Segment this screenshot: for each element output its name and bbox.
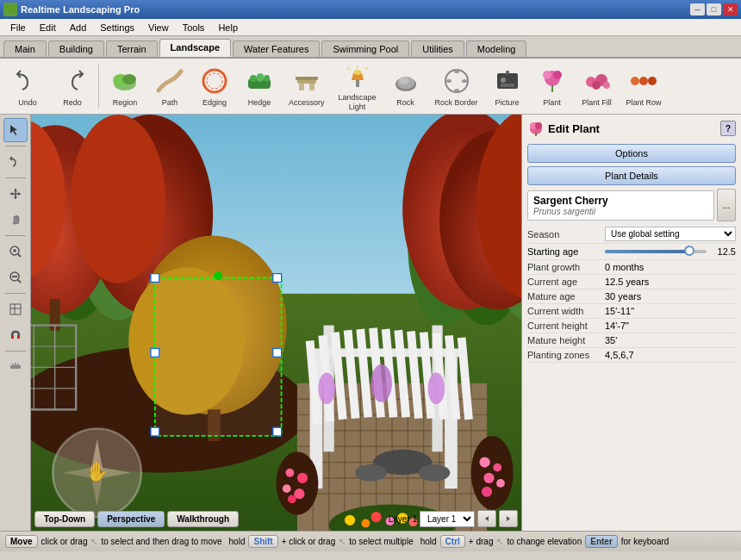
mature-height-row: Mature height 35' (527, 333, 736, 348)
region-button[interactable]: Region (104, 62, 146, 111)
svg-point-139 (297, 473, 308, 483)
walkthrough-view-button[interactable]: Walkthrough (167, 511, 239, 527)
layer-prev-button[interactable] (477, 510, 496, 527)
tab-water-features[interactable]: Water Features (233, 40, 320, 57)
menu-add[interactable]: Add (63, 21, 94, 34)
undo-label: Undo (18, 98, 37, 108)
plant-more-button[interactable]: ... (717, 189, 736, 221)
svg-point-143 (471, 436, 514, 510)
slider-thumb[interactable] (684, 246, 694, 256)
rock-border-button[interactable]: Rock Border (430, 62, 483, 111)
path-button[interactable]: Path (149, 62, 190, 111)
undo-tool[interactable] (3, 150, 28, 174)
status-hold: hold (229, 537, 246, 546)
pan-tool[interactable] (3, 182, 28, 206)
menu-settings[interactable]: Settings (93, 21, 141, 34)
tab-swimming-pool[interactable]: Swimming Pool (321, 40, 409, 57)
maximize-button[interactable]: □ (707, 3, 721, 16)
plant-row-button[interactable]: Plant Row (621, 62, 667, 111)
plant-fill-label: Plant Fill (582, 98, 612, 108)
app-title: Realtime Landscaping Pro (21, 4, 690, 15)
accessory-button[interactable]: Accessory (283, 62, 330, 111)
tab-modeling[interactable]: Modeling (466, 40, 527, 57)
measure-tool[interactable] (3, 355, 28, 379)
svg-point-23 (454, 70, 459, 73)
mature-height-label: Mature height (527, 335, 605, 345)
status-instruction-4: for keyboard (621, 537, 669, 546)
edging-button[interactable]: Edging (194, 62, 235, 111)
close-button[interactable]: ✕ (723, 3, 738, 16)
picture-label: Picture (495, 98, 520, 108)
edging-icon (199, 65, 230, 96)
tab-terrain[interactable]: Terrain (106, 40, 158, 57)
svg-point-162 (535, 122, 542, 129)
plant-details-button[interactable]: Plant Details (527, 166, 736, 185)
svg-point-144 (479, 457, 489, 467)
landscape-light-button[interactable]: Landscape Light (333, 57, 382, 115)
status-instruction-3: + drag (469, 537, 494, 546)
status-hold-2: hold (420, 537, 437, 546)
planting-zones-row: Planting zones 4,5,6,7 (527, 348, 736, 363)
status-instruction-2b: to select multiple (349, 537, 413, 546)
select-tool[interactable] (3, 118, 28, 142)
tab-building[interactable]: Building (48, 40, 104, 57)
tab-landscape[interactable]: Landscape (159, 39, 231, 57)
layer-select[interactable]: Layer 1 (420, 511, 475, 527)
plant-growth-value: 0 months (605, 262, 736, 272)
window-controls: ─ □ ✕ (690, 3, 738, 16)
app-icon: 🌿 (3, 3, 17, 16)
grid-tool[interactable] (3, 297, 28, 321)
perspective-view-button[interactable]: Perspective (97, 511, 165, 527)
left-tools-panel (0, 115, 31, 531)
tool-sep-3 (5, 235, 26, 236)
tab-utilities[interactable]: Utilities (411, 40, 464, 57)
svg-point-133 (428, 373, 445, 405)
svg-point-147 (496, 479, 505, 488)
current-age-row: Current age 12.5 years (527, 275, 736, 289)
redo-button[interactable]: Redo (52, 62, 93, 111)
svg-point-37 (603, 82, 610, 89)
menu-file[interactable]: File (3, 21, 33, 34)
viewport[interactable]: ✋ Top-Down Perspective Walkthrough Layer… (31, 115, 521, 531)
svg-point-36 (592, 81, 601, 90)
shift-key: Shift (248, 535, 277, 548)
season-select[interactable]: Use global setting Spring Summer Autumn … (605, 227, 736, 241)
tab-main[interactable]: Main (3, 40, 47, 57)
plant-fill-button[interactable]: Plant Fill (576, 62, 618, 111)
current-height-row: Current height 14'-7" (527, 319, 736, 333)
snap-magnet-tool[interactable] (3, 323, 28, 347)
svg-point-27 (501, 78, 506, 83)
landscape-light-icon (342, 60, 373, 91)
hedge-button[interactable]: Hedge (239, 62, 280, 111)
plant-button[interactable]: Plant (532, 62, 573, 111)
picture-button[interactable]: Picture (487, 62, 528, 111)
svg-point-131 (318, 373, 335, 405)
menu-tools[interactable]: Tools (176, 21, 212, 34)
undo-button[interactable]: Undo (7, 62, 48, 111)
starting-age-value: 12.5 (710, 246, 736, 257)
tool-sep-5 (5, 351, 26, 352)
starting-age-slider[interactable] (605, 250, 707, 253)
menu-edit[interactable]: Edit (33, 21, 63, 34)
menu-help[interactable]: Help (211, 21, 245, 34)
top-down-view-button[interactable]: Top-Down (34, 511, 95, 527)
zoom-in-tool[interactable] (3, 240, 28, 264)
hand-tool[interactable] (3, 208, 28, 232)
layer-next-button[interactable] (499, 510, 518, 527)
mature-height-value: 35' (605, 335, 736, 345)
minimize-button[interactable]: ─ (690, 3, 705, 16)
rock-button[interactable]: Rock (385, 62, 427, 111)
statusbar: Move click or drag ↖ to select and then … (0, 531, 741, 551)
help-button[interactable]: ? (720, 121, 736, 136)
svg-rect-86 (273, 427, 282, 436)
tool-sep-4 (5, 293, 26, 294)
zoom-area-tool[interactable] (3, 265, 28, 289)
svg-rect-83 (151, 348, 159, 357)
plant-growth-label: Plant growth (527, 262, 605, 272)
menu-view[interactable]: View (141, 21, 176, 34)
svg-rect-53 (10, 365, 21, 369)
current-age-value: 12.5 years (605, 277, 736, 287)
path-label: Path (162, 98, 178, 108)
options-button[interactable]: Options (527, 144, 736, 163)
plant-label: Plant (543, 98, 561, 108)
